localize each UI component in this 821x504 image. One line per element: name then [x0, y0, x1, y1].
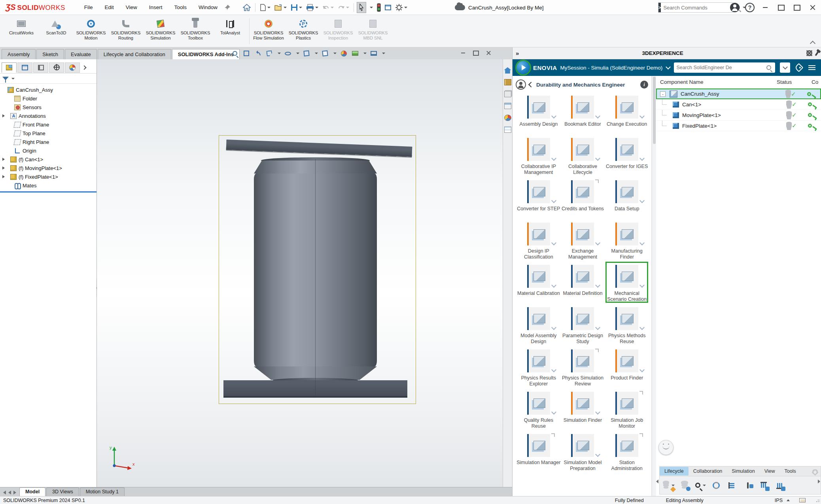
insert-component-icon[interactable]	[742, 480, 754, 491]
new-document-button[interactable]	[258, 2, 272, 13]
view-orientation-dropdown-icon[interactable]	[315, 53, 318, 54]
redo-button[interactable]	[336, 2, 351, 13]
app-material-definition[interactable]: Material Definition	[561, 263, 605, 306]
app-parametric-design-study[interactable]: Parametric Design Study	[561, 306, 605, 348]
3dcompass-icon[interactable]	[516, 61, 530, 74]
configurationmanager-tab[interactable]	[33, 62, 48, 73]
tile-windows-button[interactable]	[776, 3, 786, 12]
tree-root[interactable]: CanCrush_Assy	[0, 85, 96, 94]
user-account-icon[interactable]	[730, 3, 740, 12]
chevron-down-icon[interactable]	[551, 198, 556, 203]
app-collaborative-lifecycle[interactable]: Collaborative Lifecycle	[561, 136, 605, 179]
view-settings-dropdown-icon[interactable]	[382, 53, 385, 54]
search-scope-dropdown[interactable]	[780, 62, 790, 73]
favorites-icon[interactable]	[813, 469, 817, 474]
chevron-down-icon[interactable]	[639, 240, 645, 245]
chevron-down-icon[interactable]	[639, 156, 645, 161]
tab-view[interactable]: View	[760, 467, 780, 476]
component-row-cancrush-assy[interactable]: - CanCrush_Assy ✓	[656, 89, 821, 99]
solidworks-simulation-button[interactable]: SOLIDWORKS Simulation	[143, 17, 178, 40]
ribbon-scroll-right-icon[interactable]	[818, 479, 820, 483]
synchronize-icon[interactable]	[710, 480, 722, 491]
tab-solidworks-addins[interactable]: SOLIDWORKS Add-Ins	[172, 49, 240, 59]
expand-icon[interactable]	[2, 114, 6, 117]
tab-lifecycle-collaboration[interactable]: Lifecycle and Collaboration	[98, 49, 171, 59]
ribbon-collapse-icon[interactable]	[810, 41, 815, 45]
menu-pin-icon[interactable]	[224, 4, 231, 11]
app-collaborative-ip-management[interactable]: Collaborative IP Management	[516, 136, 561, 179]
annotations-visibility-icon[interactable]	[284, 49, 292, 58]
scroll-right-icon[interactable]	[13, 491, 16, 495]
chevron-down-icon[interactable]	[551, 156, 556, 161]
dimxpertmanager-tab[interactable]	[49, 62, 64, 73]
chevron-down-icon[interactable]	[596, 283, 601, 288]
tab-model[interactable]: Model	[19, 487, 45, 496]
custom-properties-icon[interactable]	[504, 126, 511, 133]
app-converter-for-step[interactable]: Converter for STEP	[516, 179, 561, 221]
solidworks-flow-simulation-button[interactable]: SOLIDWORKS Flow Simulation	[251, 17, 286, 40]
chevron-down-icon[interactable]	[596, 156, 601, 161]
scroll-left-icon[interactable]	[3, 491, 6, 495]
maximize-button[interactable]	[792, 3, 802, 12]
circuitworks-button[interactable]: CircuitWorks	[4, 17, 39, 36]
app-physics-results-explorer[interactable]: Physics Results Explorer	[516, 348, 561, 390]
tree-item-fixedplate[interactable]: (f) FixedPlate<1>	[0, 172, 96, 181]
doc-restore-icon[interactable]	[472, 50, 479, 56]
chevron-down-icon[interactable]	[639, 325, 645, 330]
app-bookmark-editor[interactable]: Bookmark Editor	[561, 94, 605, 136]
app-change-execution[interactable]: Change Execution	[605, 94, 649, 136]
propertymanager-tab[interactable]	[17, 62, 32, 73]
chevron-down-icon[interactable]	[551, 325, 556, 330]
panel-pin-icon[interactable]	[815, 51, 819, 56]
hamburger-menu-icon[interactable]	[808, 65, 815, 66]
app-mechanical-scenario-creation[interactable]: Mechanical Scenario Creation	[605, 263, 649, 306]
chevron-down-icon[interactable]	[596, 410, 601, 415]
previous-view-icon[interactable]	[253, 49, 262, 58]
chevron-down-icon[interactable]	[596, 240, 601, 245]
tab-lifecycle[interactable]: Lifecycle	[660, 467, 689, 476]
expand-icon[interactable]	[2, 158, 6, 161]
chevron-down-icon[interactable]	[639, 367, 645, 372]
file-explorer-icon[interactable]	[504, 91, 511, 97]
edit-appearance-icon[interactable]	[339, 49, 348, 58]
solidworks-toolbox-button[interactable]: SOLIDWORKS Toolbox	[178, 17, 213, 40]
save-button[interactable]	[289, 2, 304, 13]
view-orientation-icon[interactable]	[302, 49, 311, 58]
apply-scene-icon[interactable]	[351, 49, 359, 58]
print-button[interactable]	[305, 2, 320, 13]
tree-item-top-plane[interactable]: Top Plane	[0, 129, 96, 138]
assistant-chat-icon[interactable]	[658, 440, 673, 455]
app-exchange-management[interactable]: Exchange Management	[561, 221, 605, 263]
view-palette-icon[interactable]	[504, 103, 511, 109]
filter-icon[interactable]	[2, 77, 9, 80]
save-with-options-icon[interactable]	[663, 480, 675, 491]
home-button[interactable]	[241, 2, 252, 13]
explore-search-icon[interactable]	[694, 480, 706, 491]
tag-icon[interactable]	[795, 63, 804, 72]
tab-motion-study-1[interactable]: Motion Study 1	[80, 487, 125, 496]
displaymanager-tab[interactable]	[65, 62, 80, 73]
command-search-input[interactable]	[661, 5, 735, 11]
chevron-down-icon[interactable]	[551, 283, 556, 288]
insert-connector-icon[interactable]	[758, 480, 770, 491]
expand-icon[interactable]	[2, 166, 6, 170]
tab-evaluate[interactable]: Evaluate	[65, 49, 97, 59]
filter-dropdown-icon[interactable]	[11, 78, 15, 79]
menu-insert[interactable]: Insert	[144, 3, 167, 12]
solidworks-mbd-snl-button[interactable]: SOLIDWORKS MBD SNL	[356, 17, 390, 40]
expand-icon[interactable]	[2, 175, 6, 178]
chevron-down-icon[interactable]	[596, 113, 601, 119]
tree-item-can[interactable]: (f) Can<1>	[0, 155, 96, 164]
chevron-down-icon[interactable]	[551, 367, 556, 372]
tolanalyst-button[interactable]: TolAnalyst	[213, 17, 248, 36]
tree-item-sensors[interactable]: Sensors	[0, 103, 96, 111]
apps-scrollbar[interactable]	[652, 76, 656, 496]
chevron-down-icon[interactable]	[551, 240, 556, 245]
tree-item-movingplate[interactable]: (f) MovingPlate<1>	[0, 164, 96, 172]
minimize-button[interactable]	[760, 3, 770, 12]
tab-collaboration[interactable]: Collaboration	[689, 467, 727, 476]
app-simulation-job-monitor[interactable]: Simulation Job Monitor	[605, 390, 649, 432]
chevron-down-icon[interactable]	[639, 113, 645, 119]
tree-item-origin[interactable]: Origin	[0, 146, 96, 155]
app-model-assembly-design[interactable]: Model Assembly Design	[516, 306, 561, 348]
